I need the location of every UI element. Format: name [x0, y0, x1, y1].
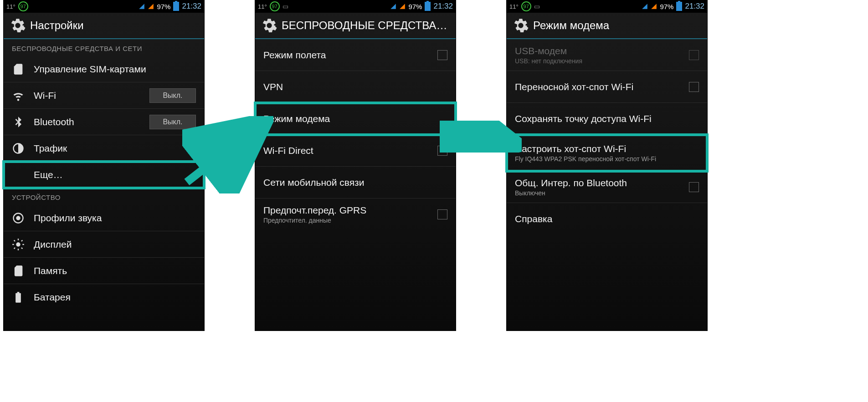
battery-percent: 97%: [408, 3, 422, 10]
title-bar: БЕСПРОВОДНЫЕ СРЕДСТВА И СЕ…: [255, 13, 456, 39]
screenshot-2: 11° 97 ▭ 97% 21:32 БЕСПРОВОДНЫЕ СРЕДСТВА…: [255, 0, 456, 331]
row-keep-hotspot[interactable]: Сохранять точку доступа Wi-Fi: [507, 103, 707, 135]
battery-icon: [425, 2, 431, 11]
picture-icon: ▭: [282, 3, 288, 10]
row-label: USB-модем: [515, 46, 689, 56]
wifi-icon: [12, 89, 25, 102]
signal-icon: [148, 3, 154, 10]
bluetooth-share-checkbox[interactable]: [689, 182, 699, 192]
row-storage[interactable]: Память: [4, 258, 204, 284]
gear-icon: [513, 18, 529, 33]
data-usage-icon: [12, 142, 25, 155]
row-battery[interactable]: Батарея: [4, 284, 204, 310]
row-label: Профили звука: [34, 213, 102, 224]
bluetooth-toggle[interactable]: Выкл.: [149, 115, 196, 129]
signal-icon: [390, 3, 396, 10]
temperature-indicator: 11°: [509, 3, 519, 10]
signal-icon: [399, 3, 406, 10]
wifi-direct-checkbox[interactable]: [437, 146, 447, 156]
row-label: Память: [34, 265, 67, 276]
clock: 21:32: [685, 2, 704, 11]
storage-icon: [12, 265, 25, 277]
wifi-toggle[interactable]: Выкл.: [149, 88, 196, 103]
row-tethering[interactable]: Режим модема: [255, 103, 456, 135]
row-label: Режим полета: [263, 50, 437, 61]
row-label: Режим модема: [263, 113, 330, 124]
row-label: Дисплей: [34, 239, 72, 250]
status-bar: 11° 97 97% 21:32: [4, 0, 204, 13]
row-more[interactable]: Еще…: [4, 162, 204, 188]
temperature-indicator: 11°: [6, 3, 15, 10]
sound-icon: [12, 212, 25, 224]
row-data-usage[interactable]: Трафик: [4, 135, 204, 162]
row-label: Настроить хот-спот Wi-Fi: [515, 143, 699, 154]
battery-icon: [12, 291, 25, 304]
row-portable-hotspot[interactable]: Переносной хот-спот Wi-Fi: [507, 71, 707, 103]
battery-badge-icon: 97: [18, 1, 28, 11]
row-wifi-direct[interactable]: Wi-Fi Direct: [255, 135, 456, 167]
row-configure-hotspot[interactable]: Настроить хот-спот Wi-Fi Fly IQ443 WPA2 …: [507, 135, 707, 171]
status-bar: 11° 97 ▭ 97% 21:32: [255, 0, 456, 13]
clock: 21:32: [433, 2, 453, 11]
signal-icon: [642, 3, 648, 10]
row-label: Сети мобильной связи: [263, 177, 364, 188]
section-header-wireless: БЕСПРОВОДНЫЕ СРЕДСТВА И СЕТИ: [4, 39, 204, 56]
screenshot-1: 11° 97 97% 21:32 Настройки БЕСПРОВОДНЫЕ …: [4, 0, 204, 331]
battery-badge-icon: 97: [270, 1, 280, 11]
row-display[interactable]: Дисплей: [4, 231, 204, 258]
row-label: Bluetooth: [34, 117, 149, 127]
row-sound-profiles[interactable]: Профили звука: [4, 205, 204, 231]
row-label: Переносной хот-спот Wi-Fi: [515, 81, 689, 92]
row-label: Батарея: [34, 292, 71, 303]
row-gprs-preference[interactable]: Предпочт.перед. GPRS Предпочтител. данны…: [255, 198, 456, 230]
title-bar: Режим модема: [507, 13, 707, 39]
section-header-device: УСТРОЙСТВО: [4, 188, 204, 205]
sim-icon: [12, 63, 25, 76]
screen-title: Режим модема: [533, 19, 609, 32]
status-bar: 11° 97 ▭ 97% 21:32: [507, 0, 707, 13]
row-sublabel: Fly IQ443 WPA2 PSK переносной хот-спот W…: [515, 155, 699, 163]
gear-icon: [10, 18, 26, 33]
battery-percent: 97%: [660, 3, 673, 10]
airplane-checkbox[interactable]: [437, 50, 447, 60]
clock: 21:32: [182, 2, 201, 11]
row-help[interactable]: Справка: [507, 203, 707, 235]
row-airplane-mode[interactable]: Режим полета: [255, 39, 456, 71]
row-label: Управление SIM-картами: [34, 64, 146, 75]
gear-icon: [262, 18, 277, 33]
gprs-checkbox[interactable]: [437, 209, 447, 219]
row-label: Трафик: [34, 143, 67, 154]
screen-title: БЕСПРОВОДНЫЕ СРЕДСТВА И СЕ…: [282, 19, 449, 32]
battery-percent: 97%: [157, 3, 170, 10]
row-label: VPN: [263, 81, 283, 92]
battery-icon: [173, 2, 179, 11]
signal-icon: [651, 3, 657, 10]
row-mobile-networks[interactable]: Сети мобильной связи: [255, 167, 456, 198]
row-sublabel: Выключен: [515, 189, 689, 197]
row-label: Сохранять точку доступа Wi-Fi: [515, 113, 652, 124]
row-sublabel: Предпочтител. данные: [263, 217, 437, 224]
usb-checkbox: [689, 50, 699, 60]
battery-icon: [676, 2, 682, 11]
row-sim-management[interactable]: Управление SIM-картами: [4, 56, 204, 82]
row-bluetooth-sharing[interactable]: Общ. Интер. по Bluetooth Выключен: [507, 171, 707, 203]
display-icon: [12, 238, 25, 251]
row-bluetooth[interactable]: Bluetooth Выкл.: [4, 109, 204, 135]
row-vpn[interactable]: VPN: [255, 71, 456, 103]
screenshot-3: 11° 97 ▭ 97% 21:32 Режим модема USB-моде…: [507, 0, 707, 331]
temperature-indicator: 11°: [258, 3, 267, 10]
row-label: Wi-Fi Direct: [263, 145, 437, 156]
blank-icon: [12, 168, 25, 181]
row-usb-tethering: USB-модем USB: нет подключения: [507, 39, 707, 71]
screen-title: Настройки: [30, 19, 84, 32]
row-label: Общ. Интер. по Bluetooth: [515, 178, 689, 188]
row-wifi[interactable]: Wi-Fi Выкл.: [4, 82, 204, 109]
row-label: Wi-Fi: [34, 90, 149, 101]
battery-badge-icon: 97: [521, 1, 531, 11]
row-label: Предпочт.перед. GPRS: [263, 205, 437, 216]
picture-icon: ▭: [534, 3, 540, 10]
title-bar: Настройки: [4, 13, 204, 39]
hotspot-checkbox[interactable]: [689, 82, 699, 92]
row-label: Еще…: [34, 169, 63, 180]
row-label: Справка: [515, 214, 552, 224]
